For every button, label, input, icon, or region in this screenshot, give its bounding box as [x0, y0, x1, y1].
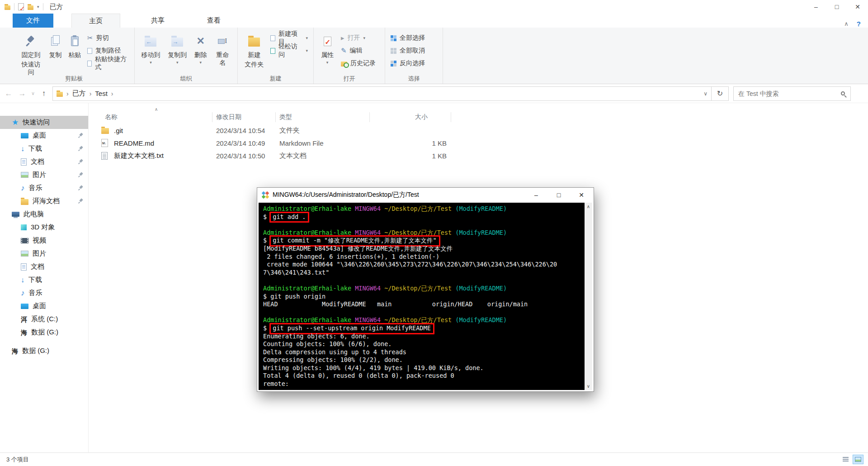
maximize-button[interactable]: □ [826, 0, 847, 14]
breadcrumb[interactable]: › 已方 › Test › ∨ [52, 86, 712, 101]
copy-button[interactable]: 复制 [46, 30, 65, 60]
button-label: 重命名 [213, 51, 232, 67]
details-view-button[interactable] [840, 455, 851, 464]
close-button[interactable]: ✕ [847, 0, 868, 14]
properties-qat-icon[interactable] [18, 3, 24, 10]
breadcrumb-item[interactable]: Test [95, 90, 108, 97]
copy-to-button[interactable]: → 复制到 ▾ [164, 30, 191, 65]
address-dropdown-icon[interactable]: ∨ [703, 90, 708, 97]
pin-to-quick-access-button[interactable]: 固定到 快速访问 [16, 30, 46, 77]
select-all-button[interactable]: 全部选择 [388, 32, 428, 44]
paste-shortcut-button[interactable]: 粘贴快捷方式 [85, 57, 132, 69]
move-to-icon: ← [145, 38, 156, 47]
tab-file[interactable]: 文件 [13, 14, 53, 28]
tab-home[interactable]: 主页 [71, 14, 120, 28]
mingw64-terminal-window[interactable]: MINGW64:/c/Users/Administrator/Desktop/已… [257, 187, 594, 392]
group-label-new: 新建 [238, 75, 313, 83]
column-header-type[interactable]: 类型 [276, 112, 370, 122]
history-button[interactable]: 历史记录 [338, 57, 378, 69]
sidebar-item-图片[interactable]: 图片 [0, 247, 88, 260]
new-folder-button[interactable]: 新建 文件夹 [241, 30, 268, 69]
delete-button[interactable]: ✕ 删除 ▾ [191, 30, 211, 65]
terminal-text-segment: remote: [263, 380, 289, 387]
sidebar-item-数据 (G:)[interactable]: 海数据 (G:) [0, 326, 88, 339]
table-row[interactable]: 新建文本文档.txt2024/3/14 10:50文本文档1 KB [89, 149, 868, 162]
edit-button[interactable]: ✎ 编辑 [338, 45, 378, 57]
pin-icon [79, 133, 84, 138]
collapse-ribbon-icon[interactable]: ∧ [844, 20, 849, 27]
sidebar-item-下载[interactable]: ↓下载 [0, 273, 88, 286]
search-input[interactable] [738, 90, 837, 97]
sidebar-item-洱海文档[interactable]: 洱海文档 [0, 195, 88, 208]
table-row[interactable]: .git2024/3/14 10:54文件夹 [89, 124, 868, 137]
history-icon [341, 62, 347, 67]
up-button[interactable]: ↑ [37, 87, 51, 100]
move-to-button[interactable]: ← 移动到 ▾ [137, 30, 164, 65]
column-header-size[interactable]: 大小 [370, 112, 451, 122]
easy-access-button[interactable]: 轻松访问 ▾ [268, 45, 311, 57]
sidebar-item-视频[interactable]: 视频 [0, 234, 88, 247]
forward-button[interactable]: → [15, 87, 29, 100]
scroll-up-icon[interactable]: ∧ [587, 203, 590, 210]
terminal-text-segment: Administrator@Erhai-lake [263, 285, 355, 292]
properties-button[interactable]: 属性 ▾ [316, 30, 338, 65]
large-icons-view-button[interactable] [853, 455, 863, 464]
sidebar-item-下载[interactable]: ↓下载 [0, 142, 88, 155]
help-icon[interactable]: ? [857, 20, 861, 28]
button-label: 文件夹 [245, 61, 264, 68]
terminal-maximize-button[interactable]: □ [547, 188, 570, 202]
tab-view[interactable]: 查看 [190, 14, 238, 28]
scroll-down-icon[interactable]: ∨ [587, 382, 590, 390]
sidebar-item-3D 对象[interactable]: 3D 对象 [0, 221, 88, 234]
terminal-close-button[interactable]: ✕ [570, 188, 593, 202]
button-label: 复制 [49, 51, 61, 59]
terminal-minimize-button[interactable]: – [525, 188, 547, 202]
window-title: 已方 [50, 3, 63, 11]
terminal-body[interactable]: Administrator@Erhai-lake MINGW64 ~/Deskt… [259, 203, 592, 390]
select-none-button[interactable]: 全部取消 [388, 45, 428, 57]
details-view-icon [843, 457, 849, 462]
sidebar-item-数据 (G:)[interactable]: 海数据 (G:) [0, 344, 88, 357]
column-header-date[interactable]: 修改日期 [212, 112, 276, 122]
search-box[interactable] [733, 86, 851, 101]
column-header-name[interactable]: 名称 [101, 112, 212, 122]
ribbon-group-new: 新建 文件夹 新建项目 ▾ 轻松访问 ▾ 新建 [238, 28, 314, 84]
file-type: Markdown File [276, 139, 370, 147]
sidebar-item-快速访问[interactable]: ★快速访问 [0, 116, 88, 129]
invert-selection-button[interactable]: 反向选择 [388, 57, 428, 69]
crumb-separator-icon: › [111, 90, 113, 97]
sidebar-item-桌面[interactable]: 桌面 [0, 129, 88, 142]
qat-dropdown-icon[interactable]: ▾ [37, 5, 39, 9]
terminal-scrollbar[interactable]: ∧ ∨ [585, 203, 592, 390]
rename-button[interactable]: 重命名 [211, 30, 235, 67]
table-row[interactable]: README.md2024/3/14 10:49Markdown File1 K… [89, 137, 868, 149]
breadcrumb-item[interactable]: 已方 [72, 89, 86, 98]
sidebar-item-图片[interactable]: 图片 [0, 168, 88, 181]
chevron-down-icon: ▾ [306, 36, 308, 40]
sidebar-item-桌面[interactable]: 桌面 [0, 300, 88, 313]
terminal-line [263, 276, 582, 285]
cut-button[interactable]: ✂ 剪切 [85, 32, 132, 44]
sidebar-item-系统 (C:)[interactable]: 洱系统 (C:) [0, 313, 88, 326]
sidebar-item-音乐[interactable]: ♪音乐 [0, 286, 88, 300]
new-folder-qat-icon[interactable] [28, 5, 33, 10]
star-icon: ★ [12, 118, 19, 127]
sidebar-item-音乐[interactable]: ♪音乐 [0, 181, 88, 195]
terminal-titlebar[interactable]: MINGW64:/c/Users/Administrator/Desktop/已… [257, 188, 594, 202]
quick-access-toolbar: ▾ 已方 [0, 3, 63, 11]
paste-button[interactable]: 粘贴 [65, 30, 85, 60]
sidebar-item-此电脑[interactable]: 此电脑 [0, 208, 88, 221]
open-button[interactable]: ▸ 打开 ▾ [338, 32, 378, 44]
file-type: 文本文档 [276, 152, 370, 160]
refresh-button[interactable]: ↻ [712, 86, 729, 101]
terminal-text-segment: ~/Desktop/已方/Test [384, 285, 455, 292]
recent-locations-icon[interactable]: ∨ [29, 87, 37, 100]
back-button[interactable]: ← [2, 87, 15, 100]
sidebar-item-文档[interactable]: 文档 [0, 260, 88, 273]
sidebar-item-文档[interactable]: 文档 [0, 155, 88, 168]
terminal-text-segment: Total 4 (delta 0), reused 0 (delta 0), p… [263, 372, 454, 379]
minimize-button[interactable]: – [806, 0, 826, 14]
file-rows: .git2024/3/14 10:54文件夹README.md2024/3/14… [89, 124, 868, 162]
terminal-line: Writing objects: 100% (4/4), 419 bytes |… [263, 364, 582, 372]
tab-share[interactable]: 共享 [134, 14, 182, 28]
